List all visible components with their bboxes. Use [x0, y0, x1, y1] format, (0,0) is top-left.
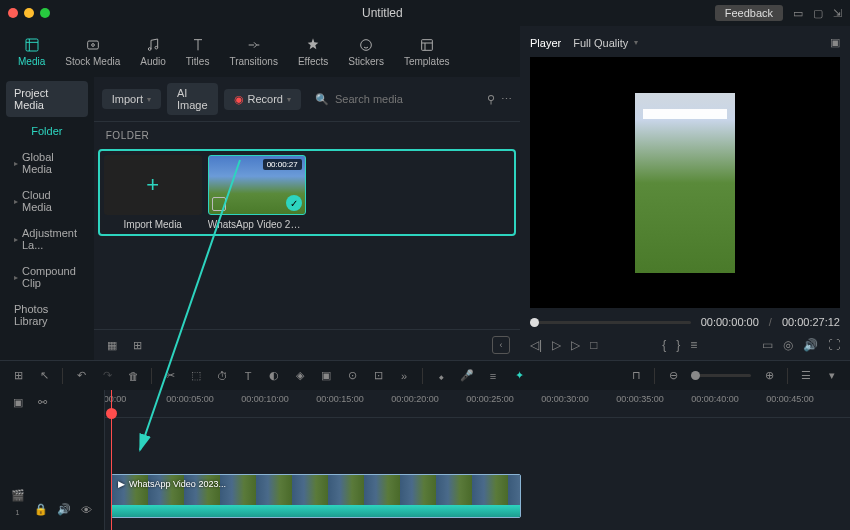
keyframe-icon[interactable]: ◈	[292, 369, 308, 382]
svg-rect-6	[421, 40, 432, 51]
sidebar-item-photos-library[interactable]: Photos Library	[6, 297, 88, 333]
undo-icon[interactable]: ↶	[73, 369, 89, 382]
sidebar-item-compound-clip[interactable]: ▸Compound Clip	[6, 259, 88, 295]
text-icon[interactable]: T	[240, 370, 256, 382]
fullscreen-icon[interactable]: ⛶	[828, 338, 840, 352]
search-input[interactable]	[335, 93, 473, 105]
tab-effects[interactable]: Effects	[292, 32, 334, 71]
tab-audio[interactable]: Audio	[134, 32, 172, 71]
camera-icon[interactable]: ◎	[783, 338, 793, 352]
progress-bar[interactable]	[530, 321, 691, 324]
record-button[interactable]: ◉Record▾	[224, 89, 301, 110]
mark-in-icon[interactable]: {	[662, 338, 666, 352]
display-icon[interactable]: ▭	[762, 338, 773, 352]
chevron-right-icon: ▸	[14, 197, 18, 206]
filter-icon[interactable]: ⚲	[487, 93, 495, 106]
tab-transitions[interactable]: Transitions	[223, 32, 284, 71]
sidebar-item-global-media[interactable]: ▸Global Media	[6, 145, 88, 181]
timeline-tracks[interactable]: 00:00 00:00:05:00 00:00:10:00 00:00:15:0…	[105, 390, 850, 530]
tab-stock-media[interactable]: Stock Media	[59, 32, 126, 71]
zoom-out-icon[interactable]: ⊖	[665, 369, 681, 382]
save-icon[interactable]: ▢	[813, 7, 823, 20]
export-icon[interactable]: ⇲	[833, 7, 842, 20]
quality-selector[interactable]: Full Quality▾	[573, 37, 638, 49]
svg-point-5	[361, 40, 372, 51]
tab-media[interactable]: Media	[12, 32, 51, 71]
player-tab[interactable]: Player	[530, 37, 561, 49]
clip-label: ▶WhatsApp Video 2023...	[118, 479, 226, 489]
more-icon[interactable]: ⋯	[501, 93, 512, 106]
minimize-window-button[interactable]	[24, 8, 34, 18]
auto-beat-icon[interactable]: ✦	[511, 369, 527, 382]
voiceover-icon[interactable]: 🎤	[459, 369, 475, 382]
track-icon[interactable]: ⊡	[370, 369, 386, 382]
track-header-icon[interactable]: ▣	[10, 396, 26, 409]
redo-icon[interactable]: ↷	[99, 369, 115, 382]
media-clip-card[interactable]: 00:00:27 ✓ WhatsApp Video 202...	[208, 155, 306, 230]
lock-icon[interactable]: 🔒	[33, 503, 48, 516]
total-time: 00:00:27:12	[782, 316, 840, 328]
snapshot-icon[interactable]: ▣	[830, 36, 840, 49]
snap-icon[interactable]: ⊓	[628, 369, 644, 382]
sidebar-item-folder[interactable]: Folder	[6, 119, 88, 143]
mark-out-icon[interactable]: }	[676, 338, 680, 352]
collapse-sidebar-button[interactable]: ‹	[492, 336, 510, 354]
duration-badge: 00:00:27	[263, 159, 302, 170]
timeline-clip[interactable]: ▶WhatsApp Video 2023...	[111, 474, 521, 518]
chevron-right-icon: ▸	[14, 235, 18, 244]
sidebar-item-adjustment-layer[interactable]: ▸Adjustment La...	[6, 221, 88, 257]
chevron-right-icon: ▸	[14, 159, 18, 168]
top-tabs: Media Stock Media Audio Titles Transitio…	[0, 26, 520, 77]
link-icon[interactable]: ⚯	[34, 396, 50, 409]
ai-image-button[interactable]: AI Image	[167, 83, 218, 115]
volume-icon[interactable]: 🔊	[803, 338, 818, 352]
tab-titles[interactable]: Titles	[180, 32, 216, 71]
playhead[interactable]	[111, 390, 112, 530]
tab-stickers[interactable]: Stickers	[342, 32, 390, 71]
delete-icon[interactable]: 🗑	[125, 370, 141, 382]
video-track-icon[interactable]: 🎬1	[10, 489, 25, 516]
media-icon	[23, 36, 41, 54]
timer-icon[interactable]: ⊙	[344, 369, 360, 382]
mask-icon[interactable]: ▣	[318, 369, 334, 382]
import-media-card[interactable]: + Import Media	[104, 155, 202, 230]
more-tools-icon[interactable]: »	[396, 370, 412, 382]
cursor-tool-icon[interactable]: ↖	[36, 369, 52, 382]
crop-icon[interactable]: ⬚	[188, 369, 204, 382]
mixer-icon[interactable]: ≡	[485, 370, 501, 382]
layout-icon[interactable]: ▭	[793, 7, 803, 20]
player-panel: Player Full Quality▾ ▣ 00:00:00:00 / 00:…	[520, 26, 850, 360]
sidebar-item-cloud-media[interactable]: ▸Cloud Media	[6, 183, 88, 219]
new-folder-icon[interactable]: ⊞	[130, 339, 146, 352]
visibility-icon[interactable]: 👁	[79, 504, 94, 516]
marker-icon[interactable]: ⬥	[433, 370, 449, 382]
sidebar-item-project-media[interactable]: Project Media	[6, 81, 88, 117]
speed-icon[interactable]: ⏱	[214, 370, 230, 382]
timeline-ruler[interactable]: 00:00 00:00:05:00 00:00:10:00 00:00:15:0…	[105, 390, 850, 418]
player-canvas[interactable]	[530, 57, 840, 308]
play-button[interactable]: ▷	[552, 338, 561, 352]
close-window-button[interactable]	[8, 8, 18, 18]
feedback-button[interactable]: Feedback	[715, 5, 783, 21]
media-area: Import▾ AI Image ◉Record▾ 🔍 ⚲ ⋯ FOLDER +…	[94, 77, 520, 360]
grid-view-icon[interactable]: ▦	[104, 339, 120, 352]
selection-tool-icon[interactable]: ⊞	[10, 369, 26, 382]
split-icon[interactable]: ✂	[162, 369, 178, 382]
chevron-right-icon: ▸	[14, 273, 18, 282]
mute-icon[interactable]: 🔊	[56, 503, 71, 516]
zoom-in-icon[interactable]: ⊕	[761, 369, 777, 382]
zoom-slider[interactable]	[691, 374, 751, 377]
stop-button[interactable]: □	[590, 338, 597, 352]
prev-frame-button[interactable]: ◁|	[530, 338, 542, 352]
next-frame-button[interactable]: ▷	[571, 338, 580, 352]
maximize-window-button[interactable]	[40, 8, 50, 18]
chevron-down-icon: ▾	[147, 95, 151, 104]
markers-icon[interactable]: ≡	[690, 338, 697, 352]
import-button[interactable]: Import▾	[102, 89, 161, 109]
color-icon[interactable]: ◐	[266, 369, 282, 382]
timeline-settings-icon[interactable]: ▾	[824, 369, 840, 382]
tab-templates[interactable]: Templates	[398, 32, 456, 71]
timeline-options-icon[interactable]: ☰	[798, 369, 814, 382]
check-icon: ✓	[286, 195, 302, 211]
effects-icon	[304, 36, 322, 54]
